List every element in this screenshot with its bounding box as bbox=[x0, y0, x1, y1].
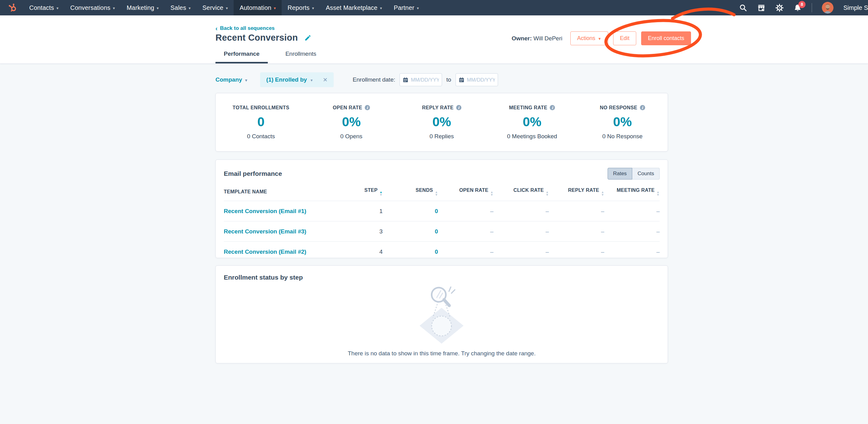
sends-link[interactable]: 0 bbox=[435, 208, 438, 214]
actions-button[interactable]: Actions▼ bbox=[570, 31, 608, 45]
search-icon[interactable] bbox=[739, 4, 747, 12]
nav-item-contacts[interactable]: Contacts▾ bbox=[23, 0, 64, 16]
stat-value: 0% bbox=[306, 115, 397, 129]
chevron-down-icon: ▾ bbox=[157, 6, 159, 10]
click-rate-cell: – bbox=[493, 201, 549, 221]
edit-button[interactable]: Edit bbox=[613, 31, 636, 45]
column-open-rate[interactable]: OPEN RATE▲▼ bbox=[438, 187, 493, 201]
enrollment-status-title: Enrollment status by step bbox=[224, 274, 660, 281]
column-step[interactable]: STEP▲▼ bbox=[352, 187, 382, 201]
notifications-bell-icon[interactable]: 8 bbox=[794, 4, 802, 12]
edit-pencil-icon[interactable] bbox=[304, 34, 311, 41]
column-click-rate[interactable]: CLICK RATE▲▼ bbox=[493, 187, 549, 201]
column-reply-rate[interactable]: REPLY RATE▲▼ bbox=[549, 187, 604, 201]
enrolled-by-dropdown[interactable]: (1) Enrolled by bbox=[266, 77, 307, 83]
tab-performance[interactable]: Performance bbox=[215, 51, 268, 63]
click-rate-cell: – bbox=[493, 242, 549, 262]
date-to-field bbox=[456, 73, 498, 86]
chevron-down-icon: ▼ bbox=[598, 37, 601, 41]
remove-filter-icon[interactable]: × bbox=[323, 76, 328, 84]
column-meeting-rate[interactable]: MEETING RATE▲▼ bbox=[604, 187, 660, 201]
back-to-sequences-link[interactable]: ‹ Back to all sequences bbox=[215, 25, 275, 31]
nav-item-reports[interactable]: Reports▾ bbox=[282, 0, 320, 16]
nav-item-service[interactable]: Service▾ bbox=[197, 0, 234, 16]
nav-divider bbox=[812, 3, 812, 12]
chevron-down-icon: ▾ bbox=[189, 6, 191, 10]
info-icon[interactable]: i bbox=[456, 105, 461, 110]
nav-item-sales[interactable]: Sales▾ bbox=[165, 0, 197, 16]
email-performance-title: Email performance bbox=[224, 170, 282, 177]
template-link[interactable]: Recent Conversion (Email #2) bbox=[224, 248, 306, 255]
marketplace-icon[interactable] bbox=[757, 4, 766, 12]
stat-subtext: 0 Contacts bbox=[216, 133, 306, 140]
step-cell: 1 bbox=[352, 201, 382, 221]
click-rate-cell: – bbox=[493, 221, 549, 242]
chevron-down-icon: ▾ bbox=[245, 78, 247, 83]
summary-stats-card: TOTAL ENROLLMENTS 0 0 Contacts OPEN RATE… bbox=[215, 93, 668, 151]
table-header-row: TEMPLATE NAME STEP▲▼ SENDS▲▼ OPEN RATE▲▼… bbox=[224, 187, 660, 201]
reply-rate-cell: – bbox=[549, 221, 604, 242]
open-rate-cell: – bbox=[438, 221, 493, 242]
date-from-field bbox=[400, 73, 442, 86]
stat-value: 0% bbox=[397, 115, 487, 129]
open-rate-cell: – bbox=[438, 201, 493, 221]
tab-bar: Performance Enrollments bbox=[215, 51, 325, 63]
owner-name: Will DePeri bbox=[533, 35, 562, 41]
sends-link[interactable]: 0 bbox=[435, 228, 438, 235]
enrolled-by-filter-pill: (1) Enrolled by ▾ × bbox=[260, 72, 334, 87]
page-header: ‹ Back to all sequences Recent Conversio… bbox=[0, 16, 868, 64]
stat-value: 0% bbox=[577, 115, 668, 129]
counts-toggle-button[interactable]: Counts bbox=[632, 168, 660, 180]
sends-link[interactable]: 0 bbox=[435, 248, 438, 255]
chevron-down-icon: ▾ bbox=[274, 6, 276, 10]
empty-state-message: There is no data to show in this time fr… bbox=[224, 350, 660, 357]
chevron-down-icon: ▾ bbox=[417, 6, 419, 10]
reply-rate-cell: – bbox=[549, 201, 604, 221]
nav-item-automation[interactable]: Automation▾ bbox=[234, 0, 282, 16]
template-link[interactable]: Recent Conversion (Email #1) bbox=[224, 208, 306, 214]
calendar-icon bbox=[403, 77, 408, 83]
owner-label: Owner: Will DePeri bbox=[512, 35, 562, 42]
step-cell: 3 bbox=[352, 221, 382, 242]
nav-utilities: 8 Simple S bbox=[739, 0, 868, 16]
nav-item-asset-marketplace[interactable]: Asset Marketplace▾ bbox=[320, 0, 388, 16]
stat-value: 0 bbox=[216, 115, 306, 129]
sort-icon: ▲▼ bbox=[546, 191, 549, 196]
nav-item-partner[interactable]: Partner▾ bbox=[388, 0, 425, 16]
nav-item-conversations[interactable]: Conversations▾ bbox=[64, 0, 121, 16]
page-title: Recent Conversion bbox=[215, 33, 298, 43]
info-icon[interactable]: i bbox=[365, 105, 370, 110]
stat-total-enrollments: TOTAL ENROLLMENTS 0 0 Contacts bbox=[216, 105, 306, 140]
settings-gear-icon[interactable] bbox=[775, 4, 784, 12]
tab-enrollments[interactable]: Enrollments bbox=[277, 51, 324, 63]
nav-item-marketing[interactable]: Marketing▾ bbox=[121, 0, 164, 16]
chevron-down-icon: ▾ bbox=[226, 6, 228, 10]
enroll-contacts-button[interactable]: Enroll contacts bbox=[641, 31, 691, 45]
user-name[interactable]: Simple S bbox=[843, 4, 868, 11]
company-filter-dropdown[interactable]: Company ▾ bbox=[215, 77, 247, 83]
rates-toggle-button[interactable]: Rates bbox=[608, 168, 632, 180]
date-to-input[interactable] bbox=[467, 77, 495, 83]
nav-menu: Contacts▾ Conversations▾ Marketing▾ Sale… bbox=[23, 0, 425, 16]
hubspot-logo[interactable] bbox=[6, 0, 23, 16]
info-icon[interactable]: i bbox=[640, 105, 645, 110]
enrollment-status-card: Enrollment status by step There is no da… bbox=[215, 266, 668, 363]
template-link[interactable]: Recent Conversion (Email #3) bbox=[224, 228, 306, 235]
date-from-input[interactable] bbox=[411, 77, 439, 83]
column-template-name[interactable]: TEMPLATE NAME bbox=[224, 187, 352, 201]
sort-icon: ▲▼ bbox=[490, 191, 493, 196]
header-actions: Owner: Will DePeri Actions▼ Edit Enroll … bbox=[512, 31, 691, 45]
stat-open-rate: OPEN RATEi 0% 0 Opens bbox=[306, 105, 397, 140]
info-icon[interactable]: i bbox=[550, 105, 555, 110]
stat-meeting-rate: MEETING RATEi 0% 0 Meetings Booked bbox=[487, 105, 578, 140]
top-navigation: Contacts▾ Conversations▾ Marketing▾ Sale… bbox=[0, 0, 868, 16]
sprocket-icon bbox=[8, 3, 18, 12]
column-sends[interactable]: SENDS▲▼ bbox=[382, 187, 438, 201]
date-range-to-label: to bbox=[446, 77, 451, 83]
user-avatar[interactable] bbox=[822, 2, 834, 13]
enrollment-date-label: Enrollment date: bbox=[353, 77, 395, 83]
enrollment-date-filter: Enrollment date: to bbox=[353, 73, 498, 86]
stat-subtext: 0 Opens bbox=[306, 133, 397, 140]
chevron-down-icon: ▾ bbox=[57, 6, 59, 10]
table-row: Recent Conversion (Email #1) 1 0 – – – – bbox=[224, 201, 660, 221]
